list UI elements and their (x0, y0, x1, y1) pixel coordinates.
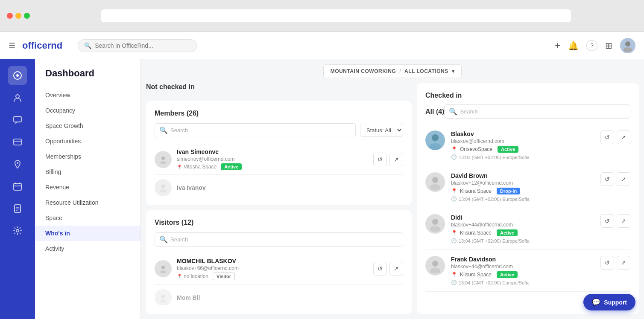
nav-item-memberships[interactable]: Memberships (35, 149, 141, 164)
svg-point-26 (432, 134, 439, 141)
search-icon: 🔍 (159, 126, 168, 134)
pin-icon: 📍 (451, 188, 457, 194)
user-avatar[interactable] (620, 38, 635, 53)
undo-button[interactable]: ↺ (600, 130, 614, 144)
checkout-button[interactable]: ↗ (617, 256, 630, 270)
status-filter[interactable]: Status: All (360, 124, 403, 137)
svg-point-25 (160, 299, 166, 302)
table-row: Ivan Simeonvc simeonov@officernd.com 📍 V… (155, 144, 403, 175)
search-icon: 🔍 (159, 235, 168, 244)
logo: officernd (22, 40, 62, 51)
nav-item-whos-in[interactable]: Who's in (35, 226, 141, 241)
close-button[interactable] (7, 13, 13, 19)
sidebar-item-dashboard[interactable] (8, 66, 27, 85)
nav-item-activity[interactable]: Activity (35, 241, 141, 256)
member-email: simeonov@officernd.com (177, 156, 368, 162)
undo-button[interactable]: ↺ (373, 262, 387, 276)
member-info: Ivan Simeonvc simeonov@officernd.com 📍 V… (177, 148, 368, 170)
clock-icon: 🕐 (451, 154, 457, 160)
nav-item-space[interactable]: Space (35, 210, 141, 226)
members-search-input[interactable] (170, 127, 351, 133)
members-card: Members (26) 🔍 Status: All (146, 101, 412, 205)
svg-rect-5 (14, 116, 21, 122)
member-actions: ↺ ↗ (600, 214, 630, 228)
checkout-button[interactable]: ↗ (617, 172, 630, 186)
undo-button[interactable]: ↺ (600, 172, 614, 186)
undo-button[interactable]: ↺ (600, 214, 614, 228)
sidebar-item-billing[interactable] (8, 133, 27, 151)
sidebar-item-chat[interactable] (8, 110, 27, 129)
support-button[interactable]: 💬 Support (583, 294, 635, 310)
nav-item-occupancy[interactable]: Occupancy (35, 103, 141, 118)
pin-icon: 📍 (177, 165, 182, 169)
svg-rect-9 (14, 183, 21, 190)
svg-point-22 (161, 266, 165, 269)
avatar (425, 172, 445, 192)
sidebar-item-location[interactable] (8, 155, 27, 174)
hamburger-icon[interactable]: ☰ (9, 41, 15, 50)
member-name: MOMCHIL BLASKOV (177, 258, 368, 264)
minimize-button[interactable] (15, 13, 21, 19)
member-actions: ↺ ↗ (600, 256, 630, 270)
status-badge: Visitor (213, 273, 235, 280)
visitors-card: Visitors (12) 🔍 (146, 210, 412, 314)
checked-in-search-wrap[interactable]: 🔍 (444, 104, 630, 119)
checked-in-search-input[interactable] (460, 108, 626, 115)
member-info: Blaskov blaskov@officernd.com 📍 OrtsevoS… (451, 130, 594, 160)
url-bar[interactable] (101, 9, 571, 22)
visitors-search-input-wrap[interactable]: 🔍 (155, 232, 403, 246)
svg-point-28 (432, 177, 438, 183)
grid-icon[interactable]: ⊞ (605, 41, 612, 51)
member-actions: ↺ ↗ (600, 172, 630, 186)
location-separator: / (399, 68, 401, 74)
pin-icon: 📍 (451, 230, 457, 236)
nav-item-opportunities[interactable]: Opportunities (35, 133, 141, 149)
member-name: Mom Bll (177, 294, 403, 301)
sidebar-item-settings[interactable] (8, 221, 27, 240)
clock-icon: 🕐 (451, 238, 457, 244)
nav-item-revenue[interactable]: Revenue (35, 180, 141, 195)
support-label: Support (604, 299, 627, 306)
table-row: Iva Ivanov (155, 175, 403, 197)
nav-item-billing[interactable]: Billing (35, 164, 141, 180)
app: ☰ officernd 🔍 + 🔔 ? ⊞ (0, 32, 644, 319)
member-name: Didi (451, 214, 594, 221)
nav-item-resource-utilization[interactable]: Resource Utilization (35, 195, 141, 210)
checkin-time: 🕐 13:04 (GMT +02:00) Europe/Sofia (451, 280, 594, 285)
add-icon[interactable]: + (555, 40, 560, 51)
list-item: Blaskov blaskov@officernd.com 📍 OrtsevoS… (425, 125, 630, 166)
org-name: MOUNTAIN COWORKING (331, 68, 396, 74)
checkin-button[interactable]: ↗ (389, 153, 403, 166)
sidebar-item-calendar[interactable] (8, 177, 27, 196)
checkin-button[interactable]: ↗ (389, 262, 403, 276)
checked-in-count: All (4) (425, 108, 444, 116)
nav-item-space-growth[interactable]: Space Growth (35, 118, 141, 133)
sidebar-item-docs[interactable] (8, 199, 27, 218)
nav-item-overview[interactable]: Overview (35, 87, 141, 103)
global-search-input[interactable] (95, 42, 191, 49)
member-email: blaskov+44@officernd.com (451, 264, 594, 270)
location-selector[interactable]: MOUNTAIN COWORKING / ALL LOCATIONS ▾ (323, 64, 462, 78)
notification-icon[interactable]: 🔔 (568, 41, 579, 51)
checkout-button[interactable]: ↗ (617, 130, 630, 144)
undo-button[interactable]: ↺ (373, 153, 387, 166)
member-actions: ↺ ↗ (373, 153, 403, 166)
clock-icon: 🕐 (451, 280, 457, 285)
maximize-button[interactable] (24, 13, 30, 19)
visitors-card-title: Visitors (12) (155, 219, 403, 226)
member-name: Iva Ivanov (177, 184, 403, 191)
member-info: Mom Bll (177, 294, 403, 301)
sidebar-item-members[interactable] (8, 88, 27, 107)
members-search-input-wrap[interactable]: 🔍 (155, 123, 356, 137)
support-icon: 💬 (592, 298, 600, 306)
svg-point-33 (430, 268, 440, 273)
undo-button[interactable]: ↺ (600, 256, 614, 270)
nav-items-list: OverviewOccupancySpace GrowthOpportuniti… (35, 87, 141, 256)
help-icon[interactable]: ? (586, 40, 597, 51)
checkin-time: 🕐 13:04 (GMT +02:00) Europe/Sofia (451, 238, 594, 244)
member-location: 📍 Klisura Space Active (451, 271, 594, 278)
global-search-bar[interactable]: 🔍 (78, 39, 197, 52)
svg-point-4 (16, 95, 19, 98)
visitors-search-input[interactable] (170, 236, 398, 243)
checkout-button[interactable]: ↗ (617, 214, 630, 228)
